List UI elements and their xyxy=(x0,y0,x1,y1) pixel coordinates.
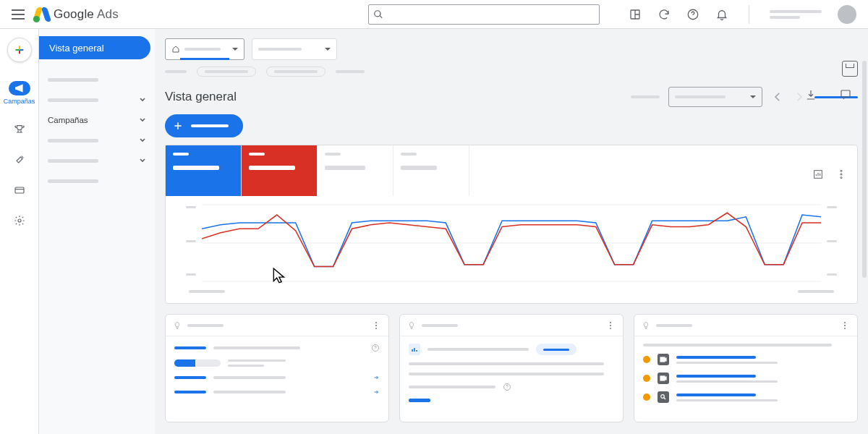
list-item[interactable] xyxy=(643,391,848,403)
svg-point-7 xyxy=(841,174,842,175)
chevron-down-icon xyxy=(139,157,146,164)
product-logo[interactable]: Google Ads xyxy=(35,7,119,22)
plus-icon xyxy=(172,120,184,132)
nav-overview[interactable]: Vista general xyxy=(39,36,150,59)
ads-logo-icon xyxy=(35,7,49,22)
list-item[interactable] xyxy=(643,354,848,365)
date-range-selector[interactable] xyxy=(668,87,762,107)
chevron-down-icon xyxy=(139,96,146,103)
expand-chart-icon[interactable] xyxy=(812,169,824,180)
megaphone-icon xyxy=(14,82,25,94)
left-rail: Campañas xyxy=(0,29,39,434)
list-item[interactable] xyxy=(643,373,848,384)
reports-icon[interactable] xyxy=(629,8,642,21)
nav-item[interactable] xyxy=(39,69,155,90)
insight-card-2 xyxy=(399,314,624,422)
lightbulb-icon xyxy=(173,321,182,330)
metric-tile-3[interactable] xyxy=(318,145,393,196)
feedback-icon[interactable] xyxy=(839,88,852,101)
svg-point-3 xyxy=(18,219,21,222)
search-input[interactable] xyxy=(389,9,595,20)
status-dot-icon xyxy=(643,393,650,401)
more-icon[interactable] xyxy=(371,320,381,331)
arrow-right-icon xyxy=(373,388,380,396)
status-dot-icon xyxy=(643,375,650,382)
svg-point-22 xyxy=(844,328,846,329)
scrollbar[interactable] xyxy=(862,61,867,278)
lightbulb-icon xyxy=(407,321,416,330)
svg-point-17 xyxy=(610,325,611,326)
rail-campaigns-label: Campañas xyxy=(4,98,35,105)
list-item[interactable] xyxy=(174,388,380,396)
progress-bar xyxy=(174,359,221,367)
help-icon[interactable] xyxy=(503,383,511,391)
filter-more[interactable] xyxy=(336,70,365,73)
rail-tools[interactable] xyxy=(14,154,25,166)
main: Vista general xyxy=(155,29,868,434)
svg-point-12 xyxy=(375,321,377,323)
metric-tile-4[interactable] xyxy=(393,145,469,196)
account-selector[interactable] xyxy=(165,38,244,60)
help-icon[interactable] xyxy=(686,8,699,21)
chevron-down-icon xyxy=(139,116,146,124)
campaign-selector[interactable] xyxy=(252,38,337,60)
page-title: Vista general xyxy=(165,90,237,104)
list-item[interactable] xyxy=(409,344,614,355)
filter-chip[interactable] xyxy=(197,67,256,77)
svg-point-8 xyxy=(841,177,842,179)
menu-icon[interactable] xyxy=(12,9,25,20)
more-icon[interactable] xyxy=(840,320,850,331)
svg-point-14 xyxy=(375,328,377,329)
refresh-icon[interactable] xyxy=(658,8,671,21)
list-item[interactable] xyxy=(174,374,380,381)
wrench-icon xyxy=(14,154,25,166)
bar-chart-icon xyxy=(411,346,418,353)
video-icon xyxy=(658,354,669,365)
nav-item[interactable] xyxy=(39,150,155,171)
status-badge xyxy=(536,344,576,355)
account-switcher[interactable] xyxy=(770,10,822,19)
filter-chip[interactable] xyxy=(266,67,326,77)
svg-point-20 xyxy=(844,321,846,323)
rail-campaigns[interactable]: Campañas xyxy=(4,81,35,105)
insight-card-1 xyxy=(165,314,389,422)
nav-item[interactable] xyxy=(39,130,155,150)
rail-billing[interactable] xyxy=(14,184,25,196)
create-fab[interactable] xyxy=(7,38,32,62)
svg-point-25 xyxy=(661,395,665,399)
avatar[interactable] xyxy=(838,5,856,24)
metric-tile-2[interactable] xyxy=(242,145,318,196)
svg-rect-24 xyxy=(660,376,665,380)
arrow-right-icon xyxy=(373,374,380,381)
rail-goals[interactable] xyxy=(14,124,25,135)
search-box[interactable] xyxy=(368,4,600,25)
page-title-bar: Vista general xyxy=(155,82,868,114)
gear-icon xyxy=(14,215,25,226)
help-icon[interactable] xyxy=(371,344,380,352)
search-ad-icon xyxy=(658,391,669,403)
prev-period-button[interactable] xyxy=(771,90,784,103)
download-icon[interactable] xyxy=(804,88,817,101)
appbar-actions xyxy=(629,5,856,24)
chevron-down-icon xyxy=(139,137,146,144)
metric-tile-1[interactable] xyxy=(166,145,242,196)
svg-rect-2 xyxy=(15,187,24,193)
trophy-icon xyxy=(14,124,25,135)
new-campaign-button[interactable] xyxy=(165,114,243,137)
save-view-icon[interactable] xyxy=(842,61,858,77)
nav-item[interactable] xyxy=(39,90,155,110)
more-icon[interactable] xyxy=(835,169,847,180)
nav-campaigns[interactable]: Campañas xyxy=(39,110,155,130)
svg-point-16 xyxy=(610,321,611,323)
insight-card-3 xyxy=(634,314,858,422)
video-icon xyxy=(658,373,669,384)
scope-bar xyxy=(155,29,868,64)
app-bar: Google Ads xyxy=(0,0,868,29)
notifications-icon[interactable] xyxy=(715,8,728,21)
nav-item[interactable] xyxy=(39,171,155,191)
svg-point-13 xyxy=(375,325,377,326)
line-chart xyxy=(202,203,821,290)
more-icon[interactable] xyxy=(605,320,616,331)
rail-admin[interactable] xyxy=(14,215,25,226)
performance-chart xyxy=(166,196,857,303)
